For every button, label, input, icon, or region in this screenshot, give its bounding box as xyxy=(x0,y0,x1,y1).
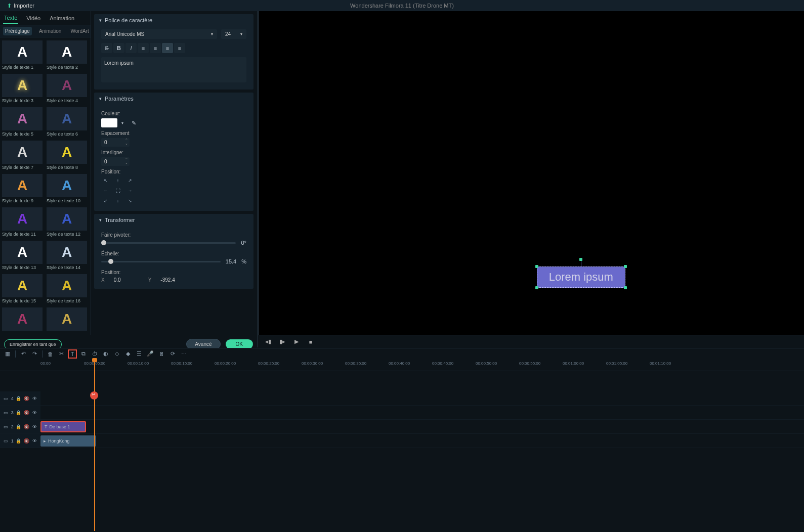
eyedropper-icon[interactable]: ✎ xyxy=(132,120,136,126)
subtab-animation[interactable]: Animation xyxy=(37,27,63,35)
leading-input[interactable] xyxy=(101,157,130,166)
strikethrough-button[interactable]: S xyxy=(101,43,112,53)
keyframe-button[interactable]: ◆ xyxy=(123,349,133,359)
title-clip[interactable]: T De base 1 xyxy=(40,421,86,432)
text-style-preset[interactable]: AStyle de texte 2 xyxy=(46,39,88,73)
align-left-button[interactable]: ≡ xyxy=(138,43,149,53)
rotate-slider[interactable] xyxy=(101,242,236,244)
color-button[interactable]: ◐ xyxy=(101,349,110,359)
color-swatch[interactable] xyxy=(101,118,117,127)
tab-video[interactable]: Vidéo xyxy=(25,13,41,23)
text-style-preset[interactable]: A xyxy=(46,306,88,336)
mixer-button[interactable]: 🎚 xyxy=(157,349,166,359)
font-size-select[interactable]: 24 ▾ xyxy=(221,29,246,39)
font-section-header[interactable]: ▾ Police de caractère xyxy=(94,14,253,26)
text-style-preset[interactable]: AStyle de texte 12 xyxy=(46,206,88,240)
rotate-handle[interactable] xyxy=(579,258,582,261)
eye-icon[interactable]: 👁 xyxy=(31,395,37,402)
chevron-down-icon[interactable]: ▾ xyxy=(121,121,123,125)
text-style-preset[interactable]: AStyle de texte 10 xyxy=(46,173,88,206)
text-style-preset[interactable]: AStyle de texte 3 xyxy=(1,73,44,106)
track-head-1[interactable]: ▭ 1 🔒 🔇 👁 xyxy=(0,434,40,448)
eye-icon[interactable]: 👁 xyxy=(31,438,37,444)
cut-button[interactable]: ✂ xyxy=(57,349,66,359)
pos-top-left[interactable]: ↖ xyxy=(101,176,110,185)
playhead[interactable] xyxy=(94,359,95,531)
align-right-button[interactable]: ≡ xyxy=(162,43,173,53)
resize-handle[interactable] xyxy=(624,265,627,268)
track-head-3[interactable]: ▭ 3 🔒 🔇 👁 xyxy=(0,406,40,419)
spacing-input[interactable] xyxy=(101,138,130,147)
text-style-preset[interactable]: AStyle de texte 5 xyxy=(1,106,44,140)
render-button[interactable]: ⟳ xyxy=(168,349,177,359)
more-button[interactable]: ⋯ xyxy=(179,349,188,359)
track-head-2[interactable]: ▭ 2 🔒 🔇 👁 xyxy=(0,420,40,433)
crop-button[interactable]: ⧉ xyxy=(79,349,88,359)
text-style-preset[interactable]: AStyle de texte 1 xyxy=(1,39,44,73)
params-section-header[interactable]: ▾ Paramètres xyxy=(94,93,253,105)
text-overlay-box[interactable]: Lorem ipsum xyxy=(537,267,625,288)
redo-button[interactable]: ↷ xyxy=(30,349,39,359)
text-style-preset[interactable]: AStyle de texte 15 xyxy=(1,273,44,306)
text-style-preset[interactable]: AStyle de texte 16 xyxy=(46,273,88,306)
text-tool-button[interactable]: T xyxy=(68,349,77,359)
text-style-preset[interactable]: AStyle de texte 6 xyxy=(46,106,88,140)
tab-animation[interactable]: Animation xyxy=(49,13,75,23)
lock-icon[interactable]: 🔒 xyxy=(16,395,22,402)
pos-left[interactable]: ← xyxy=(101,187,110,195)
resize-handle[interactable] xyxy=(535,265,538,268)
text-style-preset[interactable]: A xyxy=(1,306,44,336)
transform-section-header[interactable]: ▾ Transformer xyxy=(94,214,253,226)
mute-icon[interactable]: 🔇 xyxy=(24,395,30,402)
text-style-preset[interactable]: AStyle de texte 8 xyxy=(46,140,88,173)
text-style-preset[interactable]: AStyle de texte 4 xyxy=(46,73,88,106)
align-center-button[interactable]: ≡ xyxy=(150,43,161,53)
mute-icon[interactable]: 🔇 xyxy=(24,438,30,444)
subtab-wordart[interactable]: WordArt xyxy=(68,27,91,35)
stop-button[interactable]: ■ xyxy=(307,338,315,346)
speed-button[interactable]: ⏱ xyxy=(90,349,99,359)
next-frame-button[interactable]: ▮▸ xyxy=(278,338,286,346)
video-clip[interactable]: ▸ HongKong xyxy=(40,435,96,447)
tab-texte[interactable]: Texte xyxy=(3,13,18,24)
resize-handle[interactable] xyxy=(624,286,627,289)
pos-bottom[interactable]: ↓ xyxy=(113,197,122,205)
bold-button[interactable]: B xyxy=(113,43,124,53)
preview-canvas[interactable]: Lorem ipsum xyxy=(259,11,804,347)
mute-icon[interactable]: 🔇 xyxy=(24,424,30,430)
grid-icon[interactable]: ▦ xyxy=(3,349,12,359)
pos-top-right[interactable]: ↗ xyxy=(125,176,135,185)
lock-icon[interactable]: 🔒 xyxy=(16,410,22,416)
timeline-ruler[interactable]: 00:0000:00:05:0000:00:10:0000:00:15:0000… xyxy=(0,359,804,371)
x-input[interactable] xyxy=(114,277,139,283)
italic-button[interactable]: I xyxy=(125,43,137,53)
pos-bottom-right[interactable]: ↘ xyxy=(125,197,135,205)
text-style-preset[interactable]: AStyle de texte 11 xyxy=(1,206,44,240)
text-style-preset[interactable]: AStyle de texte 13 xyxy=(1,240,44,273)
resize-handle[interactable] xyxy=(535,286,538,289)
prev-frame-button[interactable]: ◂▮ xyxy=(264,338,272,346)
mic-button[interactable]: 🎤 xyxy=(146,349,155,359)
pos-center[interactable]: ⛶ xyxy=(113,187,122,195)
undo-button[interactable]: ↶ xyxy=(19,349,28,359)
text-style-preset[interactable]: AStyle de texte 9 xyxy=(1,173,44,206)
eye-icon[interactable]: 👁 xyxy=(31,424,37,430)
font-family-select[interactable]: Arial Unicode MS ▾ xyxy=(101,29,217,39)
align-justify-button[interactable]: ≡ xyxy=(174,43,185,53)
pos-top[interactable]: ↑ xyxy=(113,176,122,185)
text-style-preset[interactable]: AStyle de texte 14 xyxy=(46,240,88,273)
play-button[interactable]: ▶ xyxy=(292,338,301,346)
text-content-input[interactable]: Lorem ipsum xyxy=(101,57,246,82)
pos-right[interactable]: → xyxy=(125,187,135,195)
track-head-4[interactable]: ▭ 4 🔒 🔇 👁 xyxy=(0,391,40,405)
lock-icon[interactable]: 🔒 xyxy=(16,438,22,444)
lock-icon[interactable]: 🔒 xyxy=(16,424,22,430)
y-input[interactable] xyxy=(160,277,186,283)
eye-icon[interactable]: 👁 xyxy=(31,410,37,416)
list-button[interactable]: ☰ xyxy=(135,349,144,359)
import-button[interactable]: ⬆ Importer xyxy=(4,2,37,10)
scale-slider[interactable] xyxy=(101,261,221,262)
subtab-prereglage[interactable]: Préréglage xyxy=(3,27,32,35)
mute-icon[interactable]: 🔇 xyxy=(24,410,30,416)
cut-marker-icon[interactable] xyxy=(90,391,98,400)
